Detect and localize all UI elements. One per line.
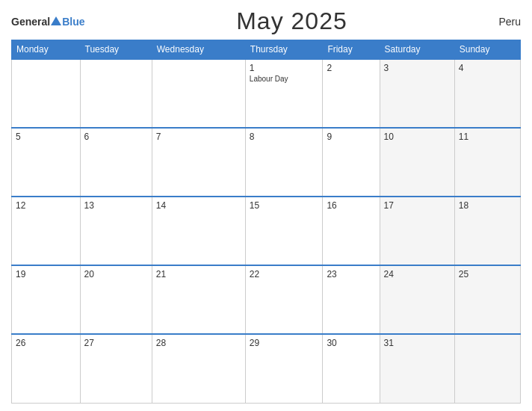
day-number: 26	[16, 338, 76, 348]
day-number: 25	[459, 269, 516, 279]
calendar-day-cell	[152, 59, 245, 128]
calendar-day-cell: 20	[80, 265, 152, 334]
calendar-day-cell: 27	[80, 334, 152, 403]
day-number: 2	[327, 63, 375, 73]
day-number: 29	[250, 338, 319, 348]
day-number: 14	[156, 200, 241, 211]
logo-triangle-icon	[51, 16, 61, 25]
calendar-day-cell: 17	[380, 197, 454, 265]
calendar-day-cell: 31	[380, 334, 454, 403]
calendar-day-cell: 8	[245, 128, 323, 197]
calendar-week-row: 262728293031	[12, 334, 521, 403]
calendar-week-row: 1Labour Day234	[12, 59, 521, 128]
calendar-header-row: Monday Tuesday Wednesday Thursday Friday…	[12, 40, 521, 60]
calendar-day-cell: 14	[152, 197, 245, 265]
day-number: 7	[156, 132, 241, 142]
day-number: 15	[250, 200, 319, 211]
calendar-day-cell: 2	[323, 59, 380, 128]
day-number: 6	[84, 132, 148, 142]
calendar-day-cell: 11	[454, 128, 520, 197]
day-number: 30	[327, 338, 375, 348]
calendar-week-row: 19202122232425	[12, 265, 521, 334]
calendar-day-cell: 4	[454, 59, 520, 128]
col-friday: Friday	[323, 40, 380, 60]
calendar-day-cell: 10	[380, 128, 454, 197]
col-saturday: Saturday	[380, 40, 454, 60]
calendar-header: General Blue May 2025 Peru	[11, 7, 521, 35]
day-number: 9	[327, 132, 375, 142]
day-number: 10	[384, 132, 451, 142]
day-number: 31	[384, 338, 451, 348]
month-title: May 2025	[236, 7, 347, 35]
col-tuesday: Tuesday	[80, 40, 152, 60]
day-number: 27	[84, 338, 148, 348]
calendar-day-cell: 25	[454, 265, 520, 334]
calendar-day-cell: 7	[152, 128, 245, 197]
holiday-label: Labour Day	[250, 75, 319, 83]
col-monday: Monday	[12, 40, 81, 60]
calendar-day-cell: 22	[245, 265, 323, 334]
calendar-day-cell: 16	[323, 197, 380, 265]
day-number: 1	[250, 63, 319, 73]
calendar-day-cell: 5	[12, 128, 81, 197]
day-number: 19	[16, 269, 76, 279]
calendar-week-row: 567891011	[12, 128, 521, 197]
calendar-day-cell: 21	[152, 265, 245, 334]
logo-general: General	[11, 16, 50, 28]
calendar-day-cell: 9	[323, 128, 380, 197]
day-number: 12	[16, 200, 76, 211]
day-number: 13	[84, 200, 148, 211]
logo: General Blue	[11, 15, 84, 28]
col-thursday: Thursday	[245, 40, 323, 60]
calendar-day-cell	[454, 334, 520, 403]
calendar-day-cell	[80, 59, 152, 128]
col-wednesday: Wednesday	[152, 40, 245, 60]
calendar-day-cell: 28	[152, 334, 245, 403]
day-number: 3	[384, 63, 451, 73]
calendar-day-cell: 3	[380, 59, 454, 128]
day-number: 11	[459, 132, 516, 142]
day-number: 16	[327, 200, 375, 211]
calendar-day-cell: 15	[245, 197, 323, 265]
calendar-table: Monday Tuesday Wednesday Thursday Friday…	[11, 40, 521, 404]
calendar-day-cell: 19	[12, 265, 81, 334]
day-number: 24	[384, 269, 451, 279]
day-number: 21	[156, 269, 241, 279]
calendar-day-cell: 23	[323, 265, 380, 334]
calendar-day-cell: 13	[80, 197, 152, 265]
day-number: 18	[459, 200, 516, 211]
day-number: 22	[250, 269, 319, 279]
calendar-day-cell: 24	[380, 265, 454, 334]
day-number: 23	[327, 269, 375, 279]
calendar-day-cell: 1Labour Day	[245, 59, 323, 128]
day-number: 4	[459, 63, 516, 73]
calendar-day-cell: 6	[80, 128, 152, 197]
calendar-day-cell: 30	[323, 334, 380, 403]
day-number: 17	[384, 200, 451, 211]
day-number: 20	[84, 269, 148, 279]
day-number: 5	[16, 132, 76, 142]
calendar-day-cell: 29	[245, 334, 323, 403]
calendar-week-row: 12131415161718	[12, 197, 521, 265]
day-number: 28	[156, 338, 241, 348]
calendar-day-cell: 26	[12, 334, 81, 403]
day-number: 8	[250, 132, 319, 142]
country-label: Peru	[498, 16, 521, 28]
calendar-day-cell: 12	[12, 197, 81, 265]
col-sunday: Sunday	[454, 40, 520, 60]
calendar-day-cell	[12, 59, 81, 128]
calendar-day-cell: 18	[454, 197, 520, 265]
logo-blue: Blue	[62, 16, 84, 28]
